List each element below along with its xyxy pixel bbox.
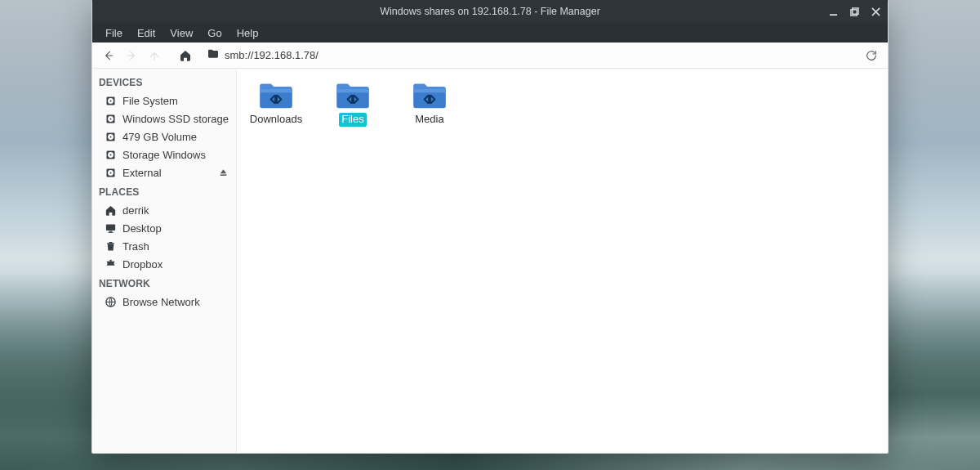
file-item-label: Downloads (247, 113, 305, 127)
menu-file[interactable]: File (99, 25, 129, 41)
disk-icon (104, 94, 117, 107)
disk-icon (104, 166, 117, 179)
window-close-button[interactable] (870, 6, 881, 17)
desktop-background: Windows shares on 192.168.1.78 - File Ma… (0, 0, 980, 470)
location-bar[interactable] (203, 46, 853, 65)
sidebar-section-network: NETWORK (92, 273, 236, 293)
sidebar-item-trash[interactable]: Trash (92, 237, 236, 255)
nav-up-button[interactable] (145, 46, 164, 65)
network-folder-icon (334, 80, 372, 110)
nav-forward-button[interactable] (122, 46, 141, 65)
eject-icon[interactable] (216, 166, 229, 179)
sidebar-item-label: derrik (122, 204, 149, 217)
dropbox-icon (104, 257, 117, 271)
trash-icon (104, 239, 117, 253)
sidebar-item-label: Storage Windows (122, 149, 206, 161)
sidebar-item-label: Browse Network (122, 296, 200, 308)
window-titlebar[interactable]: Windows shares on 192.168.1.78 - File Ma… (92, 0, 888, 23)
file-item-label: Media (412, 113, 446, 127)
sidebar-item-label: File System (122, 95, 178, 107)
file-content-area[interactable]: DownloadsFilesMedia (237, 69, 888, 453)
window-minimize-button[interactable] (827, 6, 839, 17)
nav-back-button[interactable] (99, 46, 118, 65)
reload-button[interactable] (862, 46, 881, 65)
menu-bar: File Edit View Go Help (92, 23, 888, 43)
sidebar-item-label: Desktop (122, 222, 162, 235)
sidebar-item-windows-ssd-storage[interactable]: Windows SSD storage (92, 110, 236, 128)
sidebar-item-dropbox[interactable]: Dropbox (92, 255, 236, 273)
desktop-icon (104, 222, 117, 235)
sidebar: DEVICES File SystemWindows SSD storage47… (92, 69, 237, 453)
file-item-label: Files (339, 113, 366, 127)
sidebar-item-derrik[interactable]: derrik (92, 201, 236, 219)
sidebar-item-label: Trash (122, 240, 149, 253)
sidebar-item-desktop[interactable]: Desktop (92, 219, 236, 237)
window-title: Windows shares on 192.168.1.78 - File Ma… (380, 6, 600, 17)
share-item-files[interactable]: Files (325, 78, 381, 128)
disk-icon (104, 112, 117, 125)
network-folder-icon (257, 80, 295, 110)
sidebar-item-label: 479 GB Volume (122, 131, 197, 143)
sidebar-item-label: External (122, 167, 162, 179)
sidebar-item-external[interactable]: External (92, 163, 236, 181)
sidebar-item-file-system[interactable]: File System (92, 92, 236, 110)
file-manager-window: Windows shares on 192.168.1.78 - File Ma… (91, 0, 889, 454)
sidebar-item-label: Dropbox (122, 258, 163, 271)
menu-go[interactable]: Go (201, 25, 228, 41)
window-maximize-button[interactable] (849, 6, 860, 17)
home-icon (104, 204, 117, 217)
nav-home-button[interactable] (176, 46, 195, 65)
network-folder-icon (411, 80, 448, 110)
share-item-media[interactable]: Media (402, 78, 457, 128)
share-item-downloads[interactable]: Downloads (248, 78, 304, 128)
sidebar-item-label: Windows SSD storage (122, 113, 229, 125)
disk-icon (104, 130, 117, 143)
sidebar-section-places: PLACES (92, 181, 236, 201)
sidebar-item-browse-network[interactable]: Browse Network (92, 293, 236, 311)
folder-icon (207, 47, 220, 63)
sidebar-item-479-gb-volume[interactable]: 479 GB Volume (92, 128, 236, 145)
disk-icon (104, 148, 117, 161)
menu-help[interactable]: Help (230, 25, 265, 41)
location-input[interactable] (225, 49, 850, 61)
sidebar-section-devices: DEVICES (92, 72, 236, 92)
sidebar-item-storage-windows[interactable]: Storage Windows (92, 145, 236, 163)
menu-edit[interactable]: Edit (131, 25, 162, 41)
navigation-toolbar (92, 43, 888, 69)
menu-view[interactable]: View (163, 25, 199, 41)
window-controls (827, 0, 881, 23)
globe-icon (104, 295, 117, 308)
